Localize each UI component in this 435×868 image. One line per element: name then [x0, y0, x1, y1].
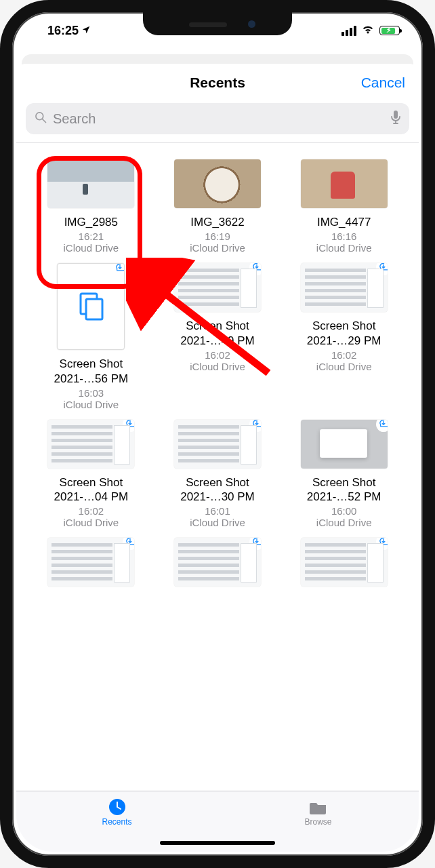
device-notch [143, 12, 292, 35]
file-location: iCloud Drive [157, 361, 279, 372]
file-thumbnail [47, 538, 134, 587]
dictation-icon[interactable] [390, 110, 401, 128]
file-time: 16:19 [157, 231, 279, 242]
file-time: 16:16 [283, 231, 405, 242]
cloud-download-icon [249, 263, 261, 275]
file-time: 16:02 [283, 349, 405, 361]
clock-icon [107, 797, 127, 817]
file-time: 16:21 [30, 231, 152, 242]
file-name: Screen Shot 2021-…49 PM [157, 319, 279, 348]
wifi-icon [361, 24, 375, 38]
file-thumbnail [301, 263, 388, 312]
file-item[interactable]: IMG_447716:16iCloud Drive [283, 159, 405, 254]
file-thumbnail [174, 263, 261, 312]
file-location: iCloud Drive [30, 517, 152, 528]
home-indicator[interactable] [160, 841, 275, 845]
file-item[interactable] [157, 538, 279, 593]
browse-tab-label: Browse [304, 817, 331, 827]
file-time: 16:02 [157, 349, 279, 361]
cloud-download-icon [376, 538, 388, 550]
file-item[interactable]: Screen Shot 2021-…30 PM16:01iCloud Drive [157, 420, 279, 529]
file-thumbnail [47, 159, 134, 208]
file-item[interactable]: Screen Shot 2021-…29 PM16:02iCloud Drive [283, 263, 405, 410]
file-item[interactable] [30, 538, 152, 593]
cloud-download-icon [249, 420, 261, 432]
search-field[interactable]: Search [26, 103, 409, 134]
svg-line-1 [43, 119, 46, 122]
file-item[interactable]: Screen Shot 2021-…52 PM16:00iCloud Drive [283, 420, 405, 529]
cloud-download-icon [249, 538, 261, 550]
file-item[interactable]: Screen Shot 2021-…56 PM16:03iCloud Drive [30, 263, 152, 410]
page-title: Recents [190, 75, 245, 91]
file-name: Screen Shot 2021-…29 PM [283, 319, 405, 348]
file-thumbnail [174, 159, 261, 208]
cloud-download-icon [376, 420, 388, 432]
file-time: 16:01 [157, 505, 279, 517]
file-name: IMG_3622 [157, 215, 279, 229]
file-thumbnail [301, 159, 388, 208]
file-item[interactable]: IMG_362216:19iCloud Drive [157, 159, 279, 254]
cloud-download-icon [376, 263, 388, 275]
file-item[interactable] [283, 538, 405, 593]
cellular-icon [341, 26, 356, 36]
location-icon [81, 24, 91, 38]
file-name: Screen Shot 2021-…56 PM [30, 357, 152, 386]
cancel-button[interactable]: Cancel [361, 75, 405, 91]
file-location: iCloud Drive [283, 361, 405, 372]
file-name: Screen Shot 2021-…30 PM [157, 475, 279, 505]
search-placeholder: Search [53, 111, 96, 127]
cloud-download-icon [123, 420, 134, 432]
file-time: 16:03 [30, 387, 152, 399]
file-thumbnail [301, 420, 388, 469]
file-location: iCloud Drive [30, 399, 152, 410]
tab-bar: Recents Browse [16, 791, 419, 852]
cloud-download-icon [112, 263, 125, 276]
file-location: iCloud Drive [283, 517, 405, 528]
file-item[interactable]: Screen Shot 2021-…04 PM16:02iCloud Drive [30, 420, 152, 529]
status-time: 16:25 [47, 24, 91, 38]
file-thumbnail [57, 263, 125, 350]
file-item[interactable]: Screen Shot 2021-…49 PM16:02iCloud Drive [157, 263, 279, 410]
file-name: Screen Shot 2021-…04 PM [30, 475, 152, 505]
cloud-download-icon [123, 538, 134, 550]
file-thumbnail [47, 420, 134, 469]
file-location: iCloud Drive [157, 517, 279, 528]
file-name: IMG_2985 [30, 215, 152, 229]
clock-time: 16:25 [47, 24, 79, 38]
file-thumbnail [174, 420, 261, 469]
nav-bar: Recents Cancel [16, 64, 419, 102]
file-name: Screen Shot 2021-…52 PM [283, 475, 405, 505]
recents-tab-label: Recents [102, 817, 131, 827]
copy-doc-icon [75, 291, 106, 322]
file-thumbnail [301, 538, 388, 587]
file-name: IMG_4477 [283, 215, 405, 229]
file-location: iCloud Drive [283, 242, 405, 254]
file-thumbnail [174, 538, 261, 587]
file-location: iCloud Drive [157, 242, 279, 254]
svg-rect-4 [86, 299, 102, 319]
search-icon [34, 111, 47, 127]
file-location: iCloud Drive [30, 242, 152, 254]
svg-rect-2 [394, 111, 398, 119]
files-picker-sheet: Recents Cancel Search IMG_298516:21iClou… [16, 64, 419, 852]
file-time: 16:00 [283, 505, 405, 517]
file-item[interactable]: IMG_298516:21iCloud Drive [30, 159, 152, 254]
file-time: 16:02 [30, 505, 152, 517]
battery-icon: ⚡︎ [379, 26, 400, 35]
folder-icon [308, 797, 329, 817]
